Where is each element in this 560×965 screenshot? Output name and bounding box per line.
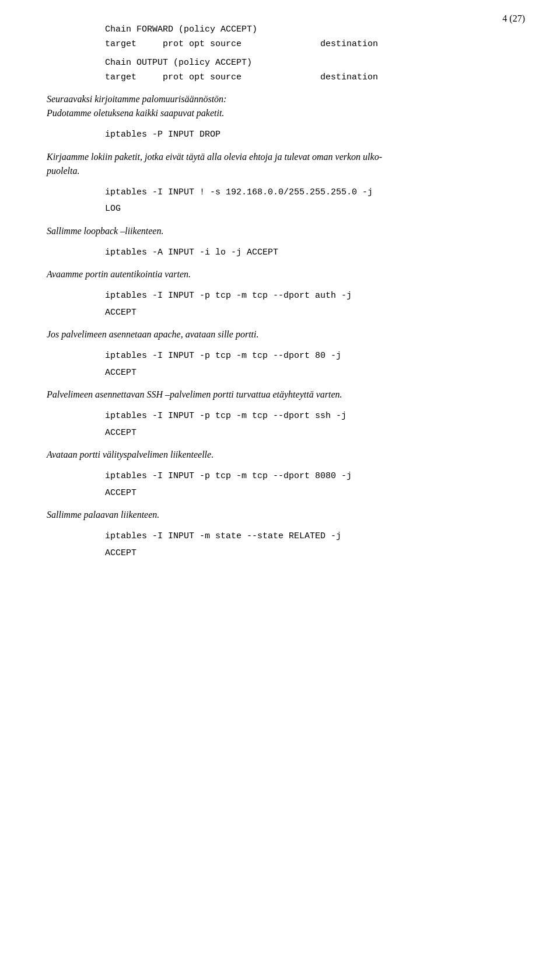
- code-iptables-ssh-line2: ACCEPT: [105, 427, 513, 440]
- prose-returning: Sallimme palaavan liikenteen.: [47, 508, 513, 522]
- section-code-3: iptables -A INPUT -i lo -j ACCEPT: [47, 246, 513, 260]
- code-iptables-state-line2: ACCEPT: [105, 547, 513, 560]
- code-iptables-log-line1: iptables -I INPUT ! -s 192.168.0.0/255.2…: [105, 186, 513, 200]
- prose-apache: Jos palvelimeen asennetaan apache, avata…: [47, 328, 513, 342]
- prose-proxy: Avataan portti välityspalvelimen liikent…: [47, 448, 513, 462]
- section-chain-forward: Chain FORWARD (policy ACCEPT) target pro…: [47, 23, 513, 51]
- code-iptables-ssh-line1: iptables -I INPUT -p tcp -m tcp --dport …: [105, 410, 513, 423]
- code-iptables-loopback: iptables -A INPUT -i lo -j ACCEPT: [105, 246, 513, 260]
- code-iptables-port80-line1: iptables -I INPUT -p tcp -m tcp --dport …: [105, 350, 513, 363]
- section-code-2: iptables -I INPUT ! -s 192.168.0.0/255.2…: [47, 186, 513, 216]
- prose-ssh: Palvelimeen asennettavan SSH –palvelimen…: [47, 388, 513, 402]
- code-iptables-port8080-line1: iptables -I INPUT -p tcp -m tcp --dport …: [105, 470, 513, 483]
- page-number: 4 (27): [502, 12, 525, 26]
- code-iptables-state-line1: iptables -I INPUT -m state --state RELAT…: [105, 530, 513, 544]
- prose-loopback: Sallimme loopback –liikenteen.: [47, 224, 513, 238]
- chain-output-header: Chain OUTPUT (policy ACCEPT): [105, 57, 513, 70]
- chain-forward-columns: target prot opt source destination: [105, 38, 513, 51]
- section-code-7: iptables -I INPUT -p tcp -m tcp --dport …: [47, 470, 513, 500]
- code-iptables-log-line2: LOG: [105, 203, 513, 216]
- section-code-1: iptables -P INPUT DROP: [47, 128, 513, 142]
- section-code-4: iptables -I INPUT -p tcp -m tcp --dport …: [47, 290, 513, 319]
- code-iptables-auth-line2: ACCEPT: [105, 306, 513, 320]
- section-code-5: iptables -I INPUT -p tcp -m tcp --dport …: [47, 350, 513, 379]
- section-chain-output: Chain OUTPUT (policy ACCEPT) target prot…: [47, 57, 513, 84]
- prose-log-intro: Kirjaamme lokiin paketit, jotka eivät tä…: [47, 150, 513, 178]
- code-iptables-auth-line1: iptables -I INPUT -p tcp -m tcp --dport …: [105, 290, 513, 303]
- code-iptables-port8080-line2: ACCEPT: [105, 487, 513, 500]
- prose-auth: Avaamme portin autentikointia varten.: [47, 267, 513, 281]
- prose-firewall-intro: Seuraavaksi kirjoitamme palomuurisäännös…: [47, 92, 513, 120]
- section-code-8: iptables -I INPUT -m state --state RELAT…: [47, 530, 513, 560]
- chain-forward-header: Chain FORWARD (policy ACCEPT): [105, 23, 513, 37]
- code-iptables-drop: iptables -P INPUT DROP: [105, 128, 513, 142]
- chain-output-columns: target prot opt source destination: [105, 71, 513, 85]
- section-code-6: iptables -I INPUT -p tcp -m tcp --dport …: [47, 410, 513, 440]
- code-iptables-port80-line2: ACCEPT: [105, 367, 513, 380]
